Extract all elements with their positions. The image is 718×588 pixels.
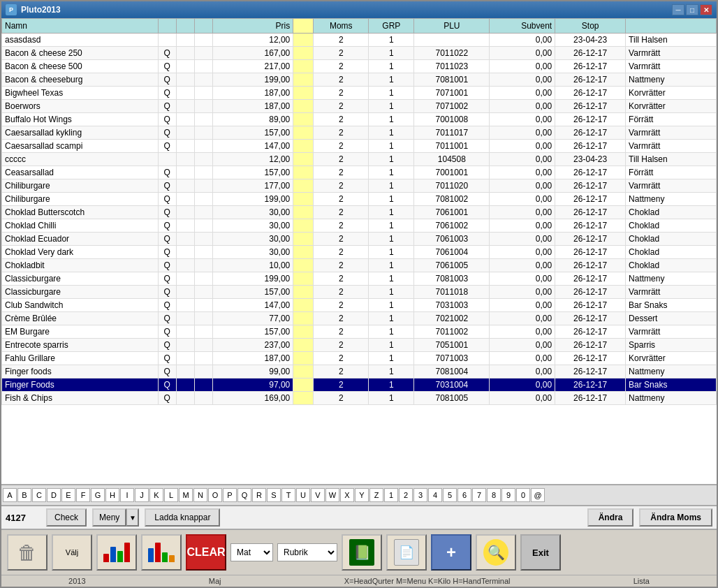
table-row[interactable]: Chiliburgare Q 199,00 2 1 7081002 0,00 2… bbox=[2, 193, 717, 206]
alpha-button-1[interactable]: 1 bbox=[384, 488, 398, 502]
table-row[interactable]: ccccc 12,00 2 1 104508 0,00 23-04-23 Til… bbox=[2, 153, 717, 166]
alpha-button-8[interactable]: 8 bbox=[487, 488, 501, 502]
cell-c1 bbox=[176, 392, 194, 405]
book-button[interactable]: 📗 bbox=[342, 534, 382, 571]
table-row[interactable]: Chokladbit Q 10,00 2 1 7061005 0,00 26-1… bbox=[2, 259, 717, 272]
plus-button[interactable]: + bbox=[431, 534, 471, 571]
alpha-button-p[interactable]: P bbox=[223, 488, 237, 502]
table-row[interactable]: Buffalo Hot Wings Q 89,00 2 1 7001008 0,… bbox=[2, 113, 717, 126]
table-row[interactable]: Ceasarsallad Q 157,00 2 1 7001001 0,00 2… bbox=[2, 166, 717, 179]
alpha-button-k[interactable]: K bbox=[149, 488, 163, 502]
cell-yellow bbox=[293, 246, 314, 259]
table-row[interactable]: Bacon & cheeseburg Q 199,00 2 1 7081001 … bbox=[2, 73, 717, 87]
table-row[interactable]: Finger foods Q 99,00 2 1 7081004 0,00 26… bbox=[2, 365, 717, 378]
alpha-button-m[interactable]: M bbox=[179, 488, 193, 502]
meny-button[interactable]: Meny bbox=[92, 508, 126, 527]
table-row[interactable]: EM Burgare Q 157,00 2 1 7011002 0,00 26-… bbox=[2, 325, 717, 339]
alpha-button-a[interactable]: A bbox=[3, 488, 17, 502]
valj-button[interactable]: Välj bbox=[52, 534, 92, 571]
alpha-button-x[interactable]: X bbox=[340, 488, 354, 502]
alpha-button-u[interactable]: U bbox=[296, 488, 310, 502]
rubrik-select[interactable]: RubrikVarmrättFörrättDessertBar Snaks bbox=[277, 543, 337, 561]
table-row[interactable]: Caesarsallad scampi Q 147,00 2 1 7011001… bbox=[2, 140, 717, 153]
cell-c1 bbox=[176, 246, 194, 259]
table-row[interactable]: Choklad Chilli Q 30,00 2 1 7061002 0,00 … bbox=[2, 219, 717, 233]
check-button[interactable]: Check bbox=[46, 508, 87, 527]
cell-pris: 199,00 bbox=[212, 73, 293, 87]
alpha-button-t[interactable]: T bbox=[281, 488, 295, 502]
cell-plu: 7001001 bbox=[414, 166, 490, 179]
alpha-button-i[interactable]: I bbox=[120, 488, 134, 502]
cell-c2 bbox=[194, 246, 212, 259]
alpha-button-4[interactable]: 4 bbox=[428, 488, 442, 502]
table-row[interactable]: Choklad Ecuador Q 30,00 2 1 7061003 0,00… bbox=[2, 233, 717, 246]
alpha-button-s[interactable]: S bbox=[267, 488, 281, 502]
alpha-button-n[interactable]: N bbox=[193, 488, 207, 502]
andra-button[interactable]: Ändra bbox=[587, 508, 634, 527]
table-row[interactable]: Bacon & cheese 500 Q 217,00 2 1 7011023 … bbox=[2, 60, 717, 73]
alpha-button-9[interactable]: 9 bbox=[501, 488, 515, 502]
table-row[interactable]: Fahlu Grillare Q 187,00 2 1 7071003 0,00… bbox=[2, 352, 717, 365]
table-row[interactable]: Caesarsallad kykling Q 157,00 2 1 701101… bbox=[2, 126, 717, 140]
alpha-button-f[interactable]: F bbox=[76, 488, 90, 502]
clear-button[interactable]: CLEAR bbox=[186, 534, 226, 571]
minimize-button[interactable]: ─ bbox=[672, 4, 684, 15]
table-row[interactable]: Choklad Butterscotch Q 30,00 2 1 7061001… bbox=[2, 206, 717, 219]
alpha-button-h[interactable]: H bbox=[105, 488, 119, 502]
alpha-button-c[interactable]: C bbox=[32, 488, 46, 502]
alpha-button-0[interactable]: 0 bbox=[516, 488, 530, 502]
header-q bbox=[158, 19, 176, 34]
data-table-container[interactable]: Namn Pris Moms GRP PLU Subvent Stop bbox=[1, 18, 717, 484]
alpha-button-r[interactable]: R bbox=[252, 488, 266, 502]
main-content: Namn Pris Moms GRP PLU Subvent Stop bbox=[1, 18, 717, 587]
ladda-button[interactable]: Ladda knappar bbox=[145, 508, 220, 527]
table-row[interactable]: Boerwors Q 187,00 2 1 7071002 0,00 26-12… bbox=[2, 100, 717, 113]
alpha-button-b[interactable]: B bbox=[17, 488, 31, 502]
alpha-button-7[interactable]: 7 bbox=[472, 488, 486, 502]
doc-button[interactable]: 📄 bbox=[386, 534, 427, 571]
alpha-button-q[interactable]: Q bbox=[237, 488, 251, 502]
alpha-button-j[interactable]: J bbox=[135, 488, 149, 502]
alpha-button-z[interactable]: Z bbox=[369, 488, 383, 502]
exit-button[interactable]: Exit bbox=[520, 534, 561, 571]
alpha-button-d[interactable]: D bbox=[47, 488, 61, 502]
alpha-button-o[interactable]: O bbox=[208, 488, 222, 502]
trash-button[interactable]: 🗑 bbox=[7, 534, 47, 571]
table-row[interactable]: Entrecote sparris Q 237,00 2 1 7051001 0… bbox=[2, 339, 717, 352]
table-row[interactable]: Fish & Chips Q 169,00 2 1 7081005 0,00 2… bbox=[2, 392, 717, 405]
search-button[interactable]: 🔍 bbox=[476, 534, 516, 571]
mat-select[interactable]: MatBarDryckÖvrig bbox=[230, 543, 273, 561]
table-row[interactable]: Chiliburgare Q 177,00 2 1 7011020 0,00 2… bbox=[2, 179, 717, 193]
alpha-button-v[interactable]: V bbox=[311, 488, 325, 502]
cell-pris: 169,00 bbox=[212, 392, 293, 405]
cell-moms: 2 bbox=[314, 299, 369, 312]
alpha-button-g[interactable]: G bbox=[91, 488, 105, 502]
alpha-button-@[interactable]: @ bbox=[531, 488, 545, 502]
alpha-button-5[interactable]: 5 bbox=[443, 488, 457, 502]
alpha-button-w[interactable]: W bbox=[325, 488, 339, 502]
alpha-button-2[interactable]: 2 bbox=[399, 488, 413, 502]
table-row[interactable]: Crème Brûlée Q 77,00 2 1 7021002 0,00 26… bbox=[2, 312, 717, 325]
cell-grp: 1 bbox=[369, 272, 414, 286]
cell-category: Sparris bbox=[626, 339, 717, 352]
maximize-button[interactable]: □ bbox=[686, 4, 698, 15]
table-row[interactable]: Classicburgare Q 199,00 2 1 7081003 0,00… bbox=[2, 272, 717, 286]
alpha-button-l[interactable]: L bbox=[164, 488, 178, 502]
meny-dropdown-button[interactable]: ▼ bbox=[126, 508, 139, 527]
table-row[interactable]: asasdasd 12,00 2 1 0,00 23-04-23 Till Ha… bbox=[2, 34, 717, 47]
alpha-button-e[interactable]: E bbox=[61, 488, 75, 502]
table-row[interactable]: Classicburgare Q 157,00 2 1 7011018 0,00… bbox=[2, 286, 717, 299]
table-row[interactable]: Club Sandwitch Q 147,00 2 1 7031003 0,00… bbox=[2, 299, 717, 312]
andra-moms-button[interactable]: Ändra Moms bbox=[639, 508, 712, 527]
close-button[interactable]: ✕ bbox=[700, 4, 712, 15]
table-row[interactable]: Finger Foods Q 97,00 2 1 7031004 0,00 26… bbox=[2, 378, 717, 392]
alpha-button-y[interactable]: Y bbox=[355, 488, 369, 502]
alpha-button-3[interactable]: 3 bbox=[413, 488, 427, 502]
bar-chart2-button[interactable] bbox=[141, 534, 182, 571]
table-row[interactable]: Bigwheel Texas Q 187,00 2 1 7071001 0,00… bbox=[2, 87, 717, 100]
alpha-button-6[interactable]: 6 bbox=[457, 488, 471, 502]
bar-chart1-button[interactable] bbox=[96, 534, 137, 571]
table-row[interactable]: Bacon & cheese 250 Q 167,00 2 1 7011022 … bbox=[2, 47, 717, 60]
table-row[interactable]: Choklad Very dark Q 30,00 2 1 7061004 0,… bbox=[2, 246, 717, 259]
cell-category: Korvrätter bbox=[626, 100, 717, 113]
